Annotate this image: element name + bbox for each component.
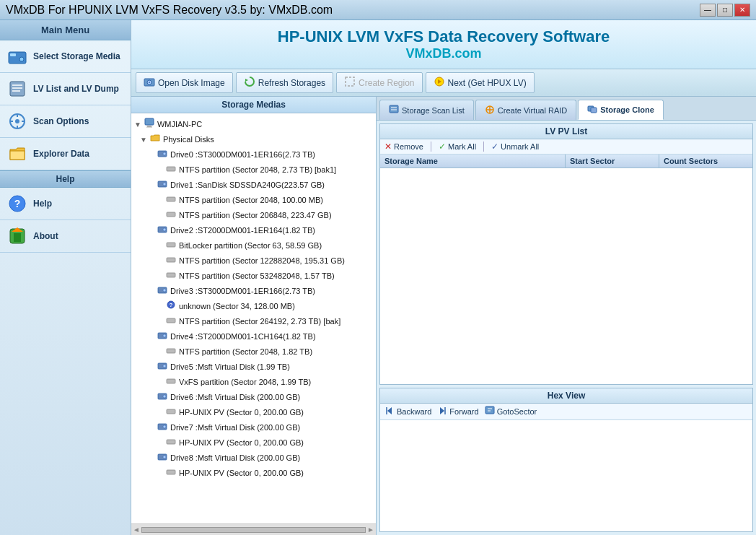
- tree-expand-icon: [149, 150, 156, 159]
- tree-item[interactable]: Drive6 :Msft Virtual Disk (200.00 GB): [131, 389, 376, 404]
- tree-node-label: Drive1 :SanDisk SDSSDA240G(223.57 GB): [170, 180, 325, 189]
- svg-rect-73: [485, 406, 494, 414]
- tree-item[interactable]: Drive3 :ST3000DM001-1ER166(2.73 TB): [131, 283, 376, 298]
- hex-view-header: Hex View: [380, 388, 752, 404]
- mark-all-button[interactable]: ✓ Mark All: [439, 142, 476, 152]
- tree-item[interactable]: NTFS partition (Sector 122882048, 195.31…: [131, 253, 376, 268]
- mark-all-label: Mark All: [448, 142, 476, 151]
- tree-expand-icon: [157, 347, 164, 356]
- tree-item[interactable]: Drive4 :ST2000DM001-1CH164(1.82 TB): [131, 329, 376, 344]
- tree-expand-icon: [157, 165, 164, 174]
- svg-rect-45: [167, 318, 175, 323]
- content-area: HP-UNIX LVM VxFS Data Recovery Software …: [131, 20, 756, 535]
- tree-item[interactable]: NTFS partition (Sector 2048, 2.73 TB) [b…: [131, 162, 376, 177]
- forward-icon: [437, 406, 447, 417]
- toolbar: Open Disk Image Refresh Storages Crea: [131, 69, 756, 97]
- tree-expand-icon: [157, 256, 164, 265]
- tree-item[interactable]: HP-UNIX PV (Sector 0, 200.00 GB): [131, 435, 376, 450]
- sidebar-item-about[interactable]: About: [0, 220, 131, 253]
- tree-node-icon: [157, 178, 167, 191]
- explorer-icon: [7, 144, 27, 164]
- tree-item[interactable]: NTFS partition (Sector 2048, 100.00 MB): [131, 192, 376, 207]
- lv-pv-toolbar: ✕ Remove ✓ Mark All ✓ Unmark All: [380, 139, 752, 155]
- svg-rect-35: [167, 212, 175, 217]
- forward-button[interactable]: Forward: [437, 406, 478, 417]
- goto-sector-button[interactable]: GotoSector: [485, 406, 537, 417]
- tree-node-icon: [166, 239, 176, 251]
- create-region-icon: [344, 76, 356, 90]
- tree-horizontal-scrollbar[interactable]: ◄ ►: [131, 523, 376, 535]
- select-storage-icon: [7, 46, 27, 66]
- svg-marker-22: [245, 79, 248, 82]
- sidebar-item-help[interactable]: ? Help: [0, 188, 131, 220]
- open-disk-image-label: Open Disk Image: [158, 78, 225, 88]
- sidebar-item-scan-options[interactable]: Scan Options: [0, 105, 131, 138]
- svg-marker-71: [440, 407, 444, 414]
- tree-expand-icon: [149, 226, 156, 235]
- tree-item[interactable]: ▼ Physical Disks: [131, 131, 376, 147]
- tree-item[interactable]: Drive8 :Msft Virtual Disk (200.00 GB): [131, 450, 376, 465]
- tab-storage-clone[interactable]: Storage Clone: [578, 100, 664, 120]
- tree-node-label: Drive3 :ST3000DM001-1ER166(2.73 TB): [170, 287, 315, 295]
- sidebar-item-label-select-storage: Select Storage Media: [33, 51, 120, 61]
- tree-item[interactable]: Drive1 :SanDisk SDSSDA240G(223.57 GB): [131, 177, 376, 192]
- tree-item[interactable]: ? unknown (Sector 34, 128.00 MB): [131, 298, 376, 313]
- remove-button[interactable]: ✕ Remove: [384, 142, 423, 152]
- refresh-storages-button[interactable]: Refresh Storages: [236, 72, 333, 93]
- tree-node-label: Drive0 :ST3000DM001-1ER166(2.73 TB): [170, 150, 315, 159]
- svg-point-30: [163, 152, 166, 155]
- tab-storage-scan-list[interactable]: Storage Scan List: [379, 100, 474, 120]
- tree-item[interactable]: HP-UNIX PV (Sector 0, 200.00 GB): [131, 404, 376, 419]
- tab-create-virtual-raid[interactable]: Create Virtual RAID: [475, 100, 576, 120]
- open-disk-image-button[interactable]: Open Disk Image: [136, 72, 233, 93]
- sidebar: Main Menu Select Storage Media: [0, 20, 131, 535]
- tree-item[interactable]: Drive0 :ST3000DM001-1ER166(2.73 TB): [131, 147, 376, 162]
- next-get-hpux-button[interactable]: Next (Get HPUX LV): [426, 72, 535, 93]
- lv-table-body[interactable]: [380, 168, 752, 384]
- svg-rect-60: [167, 470, 175, 474]
- tree-item[interactable]: ▼ WMJIAN-PC: [131, 116, 376, 131]
- svg-rect-68: [591, 108, 597, 113]
- sidebar-item-explorer[interactable]: Explorer Data: [0, 138, 131, 170]
- storage-clone-icon: [587, 104, 597, 116]
- storage-scan-list-icon: [389, 105, 399, 116]
- hex-view-toolbar: Backward Forward: [380, 404, 752, 420]
- banner-subtitle: VMxDB.com: [146, 46, 742, 61]
- tree-node-label: NTFS partition (Sector 122882048, 195.31…: [179, 256, 345, 265]
- maximize-button[interactable]: □: [717, 4, 733, 17]
- unmark-all-button[interactable]: ✓ Unmark All: [491, 142, 539, 152]
- svg-rect-57: [167, 440, 175, 444]
- next-get-hpux-label: Next (Get HPUX LV): [448, 78, 527, 88]
- close-button[interactable]: ✕: [734, 4, 750, 17]
- lv-dump-icon: [7, 79, 27, 99]
- tree-expand-icon: ▼: [140, 135, 149, 144]
- tree-item[interactable]: Drive7 :Msft Virtual Disk (200.00 GB): [131, 419, 376, 435]
- tree-expand-icon: [157, 302, 164, 310]
- remove-label: Remove: [394, 142, 423, 151]
- tree-item[interactable]: NTFS partition (Sector 2048, 1.82 TB): [131, 344, 376, 359]
- tree-item[interactable]: BitLocker partition (Sector 63, 58.59 GB…: [131, 238, 376, 253]
- unmark-all-icon: ✓: [491, 142, 498, 152]
- svg-point-56: [163, 425, 166, 428]
- tree-item[interactable]: NTFS partition (Sector 264192, 2.73 TB) …: [131, 313, 376, 329]
- lv-table-header: Storage Name Start Sector Count Sectors: [380, 155, 752, 168]
- svg-point-12: [15, 119, 19, 123]
- tree-item[interactable]: VxFS partition (Sector 2048, 1.99 TB): [131, 374, 376, 389]
- tree-content[interactable]: ▼ WMJIAN-PC ▼ Physical Disks Drive0 :ST3…: [131, 113, 376, 523]
- backward-button[interactable]: Backward: [384, 406, 431, 417]
- tree-item[interactable]: HP-UNIX PV (Sector 0, 200.00 GB): [131, 465, 376, 480]
- tree-item[interactable]: Drive5 :Msft Virtual Disk (1.99 TB): [131, 359, 376, 374]
- svg-text:?: ?: [170, 302, 173, 308]
- svg-rect-39: [167, 258, 175, 262]
- minimize-button[interactable]: —: [700, 4, 716, 17]
- create-region-button[interactable]: Create Region: [336, 72, 422, 93]
- tree-item[interactable]: NTFS partition (Sector 206848, 223.47 GB…: [131, 207, 376, 222]
- svg-rect-17: [14, 233, 21, 242]
- tree-expand-icon: [157, 408, 164, 417]
- title-bar: VMxDB For HPUNIX LVM VxFS Recovery v3.5 …: [0, 0, 756, 20]
- svg-rect-48: [167, 349, 175, 353]
- sidebar-item-lv-dump[interactable]: LV List and LV Dump: [0, 73, 131, 105]
- tree-item[interactable]: Drive2 :ST2000DM001-1ER164(1.82 TB): [131, 222, 376, 238]
- sidebar-item-select-storage[interactable]: Select Storage Media: [0, 40, 131, 73]
- tree-item[interactable]: NTFS partition (Sector 532482048, 1.57 T…: [131, 268, 376, 283]
